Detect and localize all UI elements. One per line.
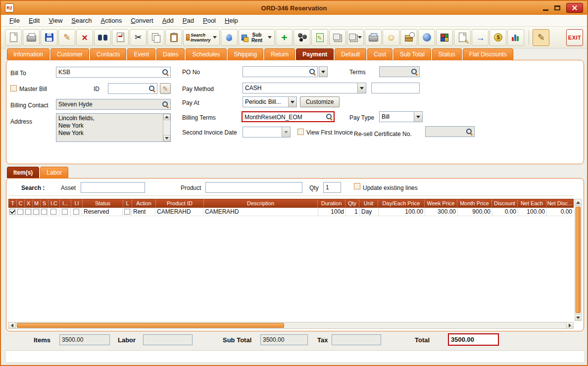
- tab-labor[interactable]: Labor: [40, 167, 68, 178]
- wand-button[interactable]: ✎: [533, 29, 549, 46]
- combo-arrow-button[interactable]: [357, 83, 366, 93]
- billing-contact-field[interactable]: Steven Hyde: [56, 99, 171, 110]
- horizontal-scroll-thumb[interactable]: [17, 323, 284, 328]
- menu-pad[interactable]: Pad: [178, 15, 198, 26]
- col-header-status[interactable]: Status: [83, 199, 123, 207]
- pay-type-combo[interactable]: Bill: [379, 111, 423, 122]
- availability-button[interactable]: [400, 29, 417, 46]
- col-header-week-price[interactable]: Week Price: [425, 199, 457, 207]
- cut-button[interactable]: ✂: [130, 29, 147, 46]
- add-line-button[interactable]: +: [276, 29, 293, 46]
- edit-notes-button[interactable]: ✎: [454, 29, 471, 46]
- combo-arrow-button[interactable]: [282, 127, 290, 137]
- second-invoice-date-combo[interactable]: [243, 127, 291, 137]
- tab-shipping[interactable]: Shipping: [228, 48, 264, 60]
- scroll-left-icon[interactable]: [9, 322, 16, 328]
- duplicate-button[interactable]: [329, 29, 346, 46]
- reports-button[interactable]: [507, 29, 524, 46]
- row-checkbox-l[interactable]: [124, 209, 130, 215]
- col-header-i2[interactable]: I...: [60, 199, 71, 207]
- billing-terms-field[interactable]: MonthResetON_EOM: [242, 111, 335, 122]
- tab-sub-total[interactable]: Sub Total: [393, 48, 431, 60]
- feedback-button[interactable]: ☺: [383, 29, 399, 46]
- maximize-icon[interactable]: [554, 5, 560, 10]
- combo-arrow-button[interactable]: [288, 97, 296, 107]
- search-inventory-button[interactable]: Search Inventory: [183, 29, 220, 46]
- pay-method-extra-field[interactable]: [371, 83, 420, 93]
- tab-customer[interactable]: Customer: [50, 48, 89, 60]
- table-row[interactable]: Reserved Rent CAMERAHD CAMERAHD 100d 1 D…: [8, 208, 574, 216]
- copy-button[interactable]: [147, 29, 164, 46]
- row-checkbox-ic[interactable]: [50, 209, 56, 215]
- col-header-month-price[interactable]: Month Price: [457, 199, 492, 207]
- bill-to-field[interactable]: KSB: [56, 67, 171, 78]
- tab-status[interactable]: Status: [432, 48, 462, 60]
- tab-event[interactable]: Event: [127, 48, 155, 60]
- search-icon[interactable]: [162, 69, 169, 76]
- vertical-scroll-thumb[interactable]: [576, 207, 581, 313]
- menu-help[interactable]: Help: [220, 15, 243, 26]
- col-header-m[interactable]: M: [33, 199, 41, 207]
- view-first-invoice-checkbox[interactable]: [297, 129, 304, 135]
- id-field[interactable]: [108, 83, 157, 94]
- combo-arrow-button[interactable]: [414, 112, 422, 122]
- edit-button[interactable]: ✎: [58, 29, 75, 46]
- col-header-ii[interactable]: I.I: [71, 199, 83, 207]
- search-icon[interactable]: [309, 68, 316, 75]
- po-no-field[interactable]: [243, 66, 318, 77]
- search-icon[interactable]: [411, 68, 418, 75]
- menu-pool[interactable]: Pool: [198, 15, 220, 26]
- search-icon[interactable]: [148, 85, 155, 92]
- menu-convert[interactable]: Convert: [126, 15, 158, 26]
- update-existing-lines-checkbox[interactable]: [354, 183, 360, 189]
- po-no-dropdown-button[interactable]: [319, 66, 328, 77]
- web-button[interactable]: [418, 29, 435, 46]
- scroll-down-icon[interactable]: [163, 135, 170, 141]
- product-search-field[interactable]: [205, 182, 302, 193]
- print-forms-button[interactable]: [365, 29, 382, 46]
- save-button[interactable]: [41, 29, 57, 46]
- row-checkbox-i2[interactable]: [62, 209, 68, 215]
- find-button[interactable]: [94, 29, 111, 46]
- master-bill-checkbox[interactable]: [10, 85, 17, 92]
- address-scrollbar[interactable]: [163, 114, 170, 141]
- col-header-l[interactable]: L: [123, 199, 132, 207]
- exit-button[interactable]: EXIT: [566, 29, 583, 46]
- delete-button[interactable]: ×: [76, 29, 93, 46]
- cube-button[interactable]: [436, 29, 453, 46]
- assign-button[interactable]: [112, 29, 129, 46]
- tab-contacts[interactable]: Contacts: [90, 48, 126, 60]
- tab-flat-discounts[interactable]: Flat Discounts: [463, 48, 513, 60]
- row-checkbox-t[interactable]: [9, 209, 15, 215]
- new-document-button[interactable]: [5, 29, 22, 46]
- col-header-s[interactable]: S: [41, 199, 49, 207]
- money-button[interactable]: $: [490, 29, 506, 46]
- col-header-description[interactable]: Description: [204, 199, 318, 207]
- duplicate-menu-button[interactable]: [347, 29, 364, 46]
- asset-search-field[interactable]: [81, 182, 145, 193]
- address-field[interactable]: Lincoln fields, New York New York: [56, 113, 171, 142]
- vertical-scrollbar[interactable]: [575, 199, 582, 321]
- menu-add[interactable]: Add: [158, 15, 178, 26]
- row-checkbox-c[interactable]: [17, 209, 23, 215]
- horizontal-scrollbar[interactable]: [8, 322, 574, 329]
- col-header-qty[interactable]: Qty: [345, 199, 359, 207]
- col-header-action[interactable]: Action: [132, 199, 156, 207]
- tab-dates[interactable]: Dates: [156, 48, 185, 60]
- item-button[interactable]: [221, 29, 238, 46]
- tab-information[interactable]: Information: [7, 48, 49, 60]
- close-icon[interactable]: [566, 3, 583, 13]
- menu-view[interactable]: View: [44, 15, 67, 26]
- tab-default[interactable]: Default: [335, 48, 366, 60]
- minimize-icon[interactable]: [543, 9, 548, 11]
- row-checkbox-ii[interactable]: [73, 209, 79, 215]
- search-icon[interactable]: [162, 101, 169, 108]
- paste-button[interactable]: [165, 29, 182, 46]
- menu-edit[interactable]: Edit: [24, 15, 44, 26]
- col-header-net-disc[interactable]: Net Disc...: [546, 199, 573, 207]
- tab-cost[interactable]: Cost: [367, 48, 392, 60]
- sub-rent-button[interactable]: Sub Rent: [239, 29, 275, 46]
- tab-schedules[interactable]: Schedules: [186, 48, 226, 60]
- tab-payment[interactable]: Payment: [296, 48, 334, 60]
- print-button[interactable]: [23, 29, 40, 46]
